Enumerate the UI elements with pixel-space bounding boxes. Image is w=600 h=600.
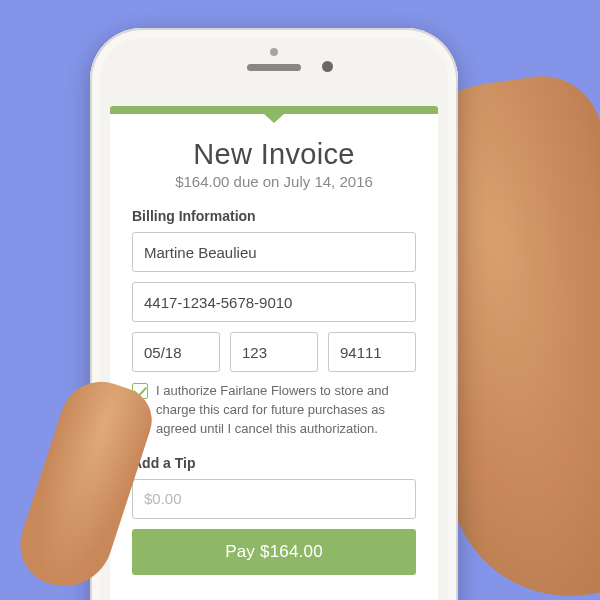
card-number-field[interactable] (132, 282, 416, 322)
consent-text: I authorize Fairlane Flowers to store an… (156, 382, 416, 439)
phone-camera (322, 61, 333, 72)
tip-field[interactable] (132, 479, 416, 519)
sensor-dot (270, 48, 278, 56)
consent-row: I authorize Fairlane Flowers to store an… (132, 382, 416, 439)
cvv-field[interactable] (230, 332, 318, 372)
invoice-form: New Invoice $164.00 due on July 14, 2016… (110, 114, 438, 575)
tip-section-label: Add a Tip (132, 455, 416, 471)
phone-speaker (247, 64, 301, 71)
phone-screen: New Invoice $164.00 due on July 14, 2016… (110, 106, 438, 600)
phone-frame: New Invoice $164.00 due on July 14, 2016… (90, 28, 458, 600)
accent-notch-icon (264, 114, 284, 123)
billing-section-label: Billing Information (132, 208, 416, 224)
name-field[interactable] (132, 232, 416, 272)
due-subtitle: $164.00 due on July 14, 2016 (132, 173, 416, 190)
expiry-field[interactable] (132, 332, 220, 372)
pay-button[interactable]: Pay $164.00 (132, 529, 416, 575)
card-details-row (132, 332, 416, 372)
zip-field[interactable] (328, 332, 416, 372)
page-title: New Invoice (132, 138, 416, 171)
accent-bar (110, 106, 438, 114)
